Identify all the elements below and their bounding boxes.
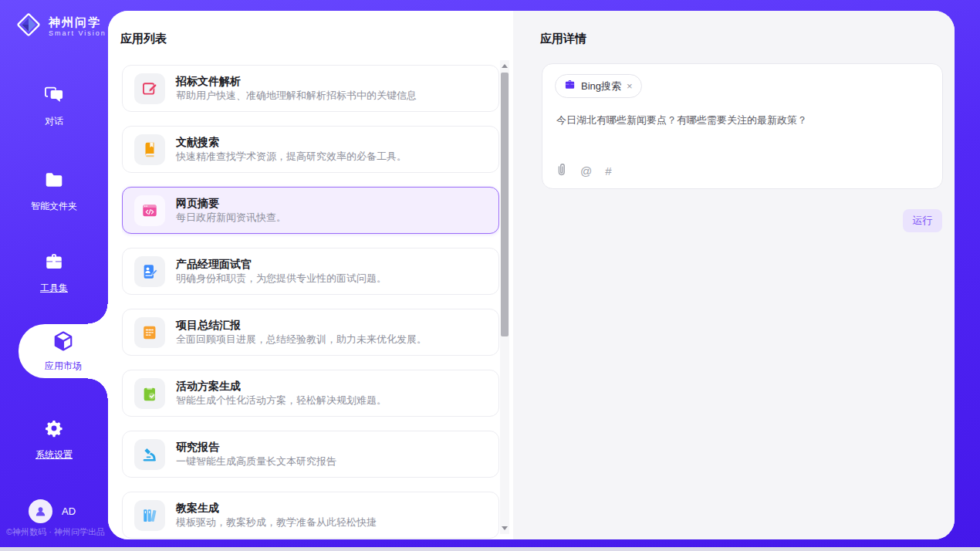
- app-title: 活动方案生成: [176, 379, 387, 394]
- browser-code-icon: [134, 195, 165, 226]
- book-icon: [134, 134, 165, 165]
- query-input[interactable]: 今日湖北有哪些新闻要点？有哪些需要关注的最新政策？: [556, 113, 930, 127]
- app-list: 招标文件解析帮助用户快速、准确地理解和解析招标书中的关键信息文献搜索快速精准查找…: [122, 65, 499, 539]
- scrollbar-thumb[interactable]: [501, 73, 509, 336]
- app-desc: 明确身份和职责，为您提供专业性的面试问题。: [176, 272, 387, 286]
- sidebar-item-smart-folders[interactable]: 智能文件夹: [0, 170, 108, 213]
- interview-icon: [134, 256, 165, 287]
- hash-icon[interactable]: #: [605, 165, 611, 177]
- app-detail-title: 应用详情: [540, 32, 586, 46]
- sidebar-item-toolset[interactable]: 工具集: [0, 252, 108, 295]
- sidebar-item-system-settings[interactable]: 系统设置: [0, 418, 108, 461]
- app-card[interactable]: 文献搜索快速精准查找学术资源，提高研究效率的必备工具。: [122, 126, 499, 173]
- sidebar-item-label: 对话: [45, 115, 63, 128]
- sidebar-item-label: 工具集: [40, 282, 68, 295]
- sidebar-item-chat[interactable]: 对话: [0, 85, 108, 128]
- sidebar-item-app-market[interactable]: 应用市场: [19, 324, 108, 378]
- list-scrollbar[interactable]: [500, 60, 509, 534]
- app-desc: 模板驱动，教案秒成，教学准备从此轻松快捷: [176, 516, 377, 529]
- sidebar: 神州问学 Smart Vision 对话智能文件夹工具集应用市场系统设置 AD …: [0, 0, 108, 551]
- sidebar-item-label: 智能文件夹: [31, 200, 77, 213]
- tool-chip-label: Bing搜索: [581, 79, 621, 93]
- app-title: 研究报告: [176, 440, 336, 455]
- composer-card: Bing搜索 × 今日湖北有哪些新闻要点？有哪些需要关注的最新政策？ @ #: [542, 63, 943, 189]
- app-list-title: 应用列表: [120, 32, 167, 46]
- microscope-icon: [134, 439, 165, 470]
- app-logo: 神州问学 Smart Vision: [14, 10, 106, 42]
- attachment-icon[interactable]: [556, 163, 567, 179]
- app-card[interactable]: 研究报告一键智能生成高质量长文本研究报告: [122, 431, 499, 478]
- app-desc: 智能生成个性化活动方案，轻松解决规划难题。: [176, 394, 387, 407]
- run-button[interactable]: 运行: [903, 209, 942, 232]
- app-detail-panel: 应用详情 Bing搜索 × 今日湖北有哪些新闻要点？有哪些需要关注的最新政策？: [513, 11, 955, 539]
- scroll-down-icon[interactable]: [502, 526, 508, 530]
- toolbox-icon: [44, 252, 64, 275]
- app-desc: 每日政府新闻资讯快查。: [176, 211, 286, 225]
- composer-toolbar: @ #: [556, 163, 612, 179]
- user-initials: AD: [62, 505, 76, 517]
- app-desc: 一键智能生成高质量长文本研究报告: [176, 455, 336, 468]
- folder-icon: [44, 170, 64, 193]
- scroll-up-icon[interactable]: [502, 64, 508, 68]
- app-desc: 全面回顾项目进展，总结经验教训，助力未来优化发展。: [176, 333, 427, 346]
- app-title: 产品经理面试官: [176, 257, 387, 272]
- app-card[interactable]: 招标文件解析帮助用户快速、准确地理解和解析招标书中的关键信息: [122, 65, 499, 112]
- tool-chip-bing-search[interactable]: Bing搜索 ×: [555, 74, 642, 98]
- chat-icon: [44, 85, 64, 108]
- app-title: 网页摘要: [176, 196, 286, 211]
- sidebar-item-label: 应用市场: [45, 360, 82, 373]
- clipboard-check-icon: [134, 378, 165, 409]
- app-list-panel: 应用列表 招标文件解析帮助用户快速、准确地理解和解析招标书中的关键信息文献搜索快…: [108, 11, 513, 539]
- app-title: 项目总结汇报: [176, 318, 427, 333]
- report-note-icon: [134, 317, 165, 348]
- avatar: [29, 499, 52, 523]
- bottom-strip: [0, 547, 980, 551]
- mention-icon[interactable]: @: [580, 165, 592, 177]
- brand-name: 神州问学: [49, 15, 106, 29]
- brand-subtitle: Smart Vision: [49, 29, 106, 38]
- app-card[interactable]: 产品经理面试官明确身份和职责，为您提供专业性的面试问题。: [122, 248, 499, 295]
- sidebar-item-label: 系统设置: [35, 448, 73, 461]
- brand-diamond-icon: [14, 10, 43, 42]
- copyright-text: ©神州数码 · 神州问学出品: [6, 526, 105, 538]
- close-icon[interactable]: ×: [627, 81, 633, 91]
- app-desc: 帮助用户快速、准确地理解和解析招标书中的关键信息: [176, 89, 417, 103]
- main-content: 应用列表 招标文件解析帮助用户快速、准确地理解和解析招标书中的关键信息文献搜索快…: [108, 11, 955, 539]
- app-card[interactable]: 教案生成模板驱动，教案秒成，教学准备从此轻松快捷: [122, 492, 499, 539]
- app-card[interactable]: 活动方案生成智能生成个性化活动方案，轻松解决规划难题。: [122, 370, 499, 417]
- books-icon: [134, 500, 165, 531]
- app-title: 招标文件解析: [176, 74, 417, 89]
- app-card[interactable]: 网页摘要每日政府新闻资讯快查。: [122, 187, 499, 234]
- app-desc: 快速精准查找学术资源，提高研究效率的必备工具。: [176, 150, 407, 164]
- app-card[interactable]: 项目总结汇报全面回顾项目进展，总结经验教训，助力未来优化发展。: [122, 309, 499, 356]
- gear-icon: [44, 418, 64, 441]
- briefcase-icon: [564, 79, 576, 93]
- app-title: 文献搜索: [176, 135, 407, 150]
- edit-document-icon: [134, 73, 165, 104]
- app-window: 神州问学 Smart Vision 对话智能文件夹工具集应用市场系统设置 AD …: [0, 0, 980, 551]
- user-profile[interactable]: AD: [29, 499, 76, 523]
- cube-icon: [52, 330, 75, 356]
- app-title: 教案生成: [176, 501, 377, 516]
